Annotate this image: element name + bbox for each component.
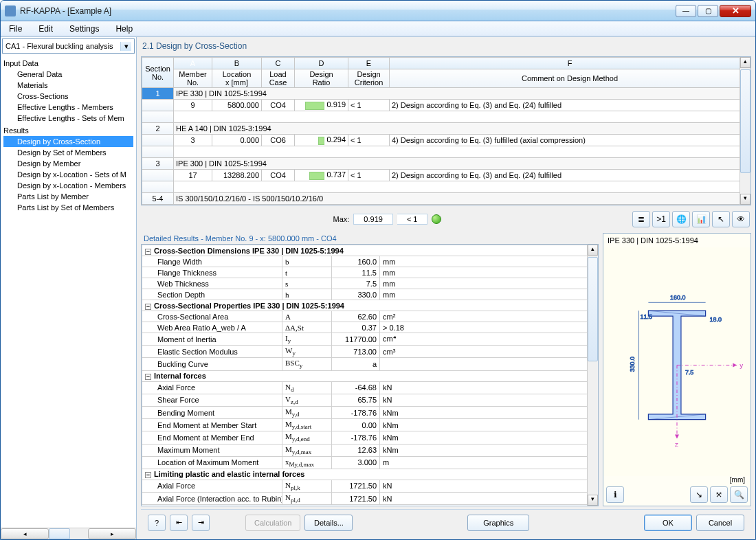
cell-lc[interactable]: CO6 [262,135,295,146]
menu-settings[interactable]: Settings [65,23,103,35]
col-letter-a[interactable]: A [174,58,212,69]
detail-name[interactable]: End Moment at Member Start [142,419,282,431]
scroll-right-icon[interactable]: ▸ [88,528,136,539]
detail-name[interactable]: Bending Moment [142,406,282,418]
axis-y-button[interactable]: ↘ [690,486,708,503]
detail-name[interactable]: Elastic Section Modulus [142,346,282,358]
tool-export[interactable]: 📊 [692,211,710,227]
detail-group[interactable]: −Internal forces [142,370,598,381]
tree-item-parts-list-member[interactable]: Parts List by Member [3,191,133,202]
scroll-left-icon[interactable]: ◂ [1,528,49,539]
detail-name[interactable]: Cross-Sectional Area [142,311,282,322]
detail-name[interactable]: Web Area Ratio A_web / A [142,322,282,333]
cell-criterion[interactable]: < 1 [348,100,390,111]
detail-name[interactable]: Flange Thickness [142,267,282,278]
cell-ratio[interactable]: 0.737 [295,170,348,181]
detail-name[interactable]: Flange Width [142,256,282,267]
tool-exceed[interactable]: >1 [652,211,670,227]
col-comment[interactable]: Comment on Design Method [390,69,751,88]
section-label[interactable]: IPE 300 | DIN 1025-5:1994 [174,158,751,170]
detail-name[interactable]: Shear Force [142,394,282,406]
cell-member[interactable]: 17 [174,170,212,181]
cell-member[interactable]: 9 [174,100,212,111]
row-header[interactable]: 5-4 [142,193,174,205]
detail-group[interactable]: −Cross-Sectional Properties IPE 330 | DI… [142,300,598,311]
col-section-no[interactable]: SectionNo. [142,58,174,88]
cell-location[interactable]: 13288.200 [212,170,262,181]
col-letter-f[interactable]: F [390,58,751,69]
row-header[interactable]: 2 [142,123,174,135]
grid-vscroll[interactable]: ▴▾ [740,57,751,205]
help-button[interactable]: ? [148,515,166,531]
tool-pick[interactable]: ↖ [712,211,730,227]
row-header[interactable]: 3 [142,158,174,170]
cell-lc[interactable]: CO4 [262,100,295,111]
tool-show-graphic[interactable]: 🌐 [672,211,690,227]
close-button[interactable]: ✕ [720,5,751,17]
row-header[interactable] [142,100,174,111]
section-label[interactable]: IS 300/150/10.2/16/0 - IS 500/150/10.2/1… [174,193,751,205]
section-label[interactable]: HE A 140 | DIN 1025-3:1994 [174,123,751,135]
cell-location[interactable]: 5800.000 [212,100,262,111]
maximize-button[interactable]: ▢ [698,5,718,17]
cell-comment[interactable]: 2) Design according to Eq. (3) and Eq. (… [390,170,751,181]
detail-name[interactable]: Location of Maximum Moment [142,456,282,469]
cancel-button[interactable]: Cancel [696,515,744,531]
detail-name[interactable]: Buckling Curve [142,358,282,370]
detail-name[interactable]: End Moment at Member End [142,431,282,444]
tree-item-eff-lengths-sets[interactable]: Effective Lengths - Sets of Mem [3,113,133,124]
details-button[interactable]: Details... [304,515,353,531]
section-label[interactable]: IPE 330 | DIN 1025-5:1994 [174,88,751,100]
detail-name[interactable]: Web Thickness [142,278,282,289]
row-header[interactable] [142,135,174,146]
tool-filter-rows[interactable]: ≣ [632,211,650,227]
ok-button[interactable]: OK [644,515,692,531]
tree-item-materials[interactable]: Materials [3,80,133,91]
detail-name[interactable]: Axial Force (Interaction acc. to Rubin) [142,493,282,505]
graphics-button[interactable]: Graphics [467,515,529,531]
results-grid[interactable]: SectionNo. A B C D E F MemberNo. Locatio… [141,56,751,205]
detail-vscroll[interactable]: ▴▾ [587,245,598,506]
col-letter-e[interactable]: E [348,58,390,69]
col-member-no[interactable]: MemberNo. [174,69,212,88]
row-header[interactable]: 1 [142,88,174,100]
col-letter-b[interactable]: B [212,58,262,69]
cell-location[interactable]: 0.000 [212,135,262,146]
case-combo[interactable]: CA1 - Flexural buckling analysis ▾ [2,38,135,54]
print-profile-button[interactable]: 🔍 [730,486,748,503]
tree-item-cross-sections[interactable]: Cross-Sections [3,91,133,102]
detail-name[interactable]: Moment of Inertia [142,333,282,346]
info-button[interactable]: ℹ [606,486,624,503]
cell-ratio[interactable]: 0.294 [295,135,348,146]
col-location[interactable]: Locationx [mm] [212,69,262,88]
tree-item-design-by-xloc-members[interactable]: Design by x-Location - Members [3,180,133,191]
detail-grid[interactable]: −Cross-Section Dimensions IPE 330 | DIN … [141,244,599,506]
sidebar-hscroll[interactable]: ◂ ▸ [1,528,136,539]
col-design-criterion[interactable]: DesignCriterion [348,69,390,88]
menu-edit[interactable]: Edit [34,23,57,35]
minimize-button[interactable]: — [676,5,696,17]
col-design-ratio[interactable]: DesignRatio [295,69,348,88]
tree-item-design-by-xloc-sets[interactable]: Design by x-Location - Sets of M [3,169,133,180]
cell-member[interactable]: 3 [174,135,212,146]
next-button[interactable]: ⇥ [192,515,210,531]
tree-item-general-data[interactable]: General Data [3,69,133,80]
detail-group[interactable]: −Limiting plastic and elastic internal f… [142,469,598,480]
tree-item-design-by-set[interactable]: Design by Set of Members [3,147,133,158]
cell-lc[interactable]: CO4 [262,170,295,181]
tree-item-design-by-cs[interactable]: Design by Cross-Section [3,136,133,147]
col-load-case[interactable]: LoadCase [262,69,295,88]
menu-file[interactable]: File [5,23,26,35]
detail-name[interactable]: Axial Force [142,381,282,394]
tool-view[interactable]: 👁 [732,211,750,227]
detail-name[interactable]: Axial Force [142,480,282,492]
detail-group[interactable]: −Cross-Section Dimensions IPE 330 | DIN … [142,245,598,256]
detail-name[interactable]: Maximum Moment [142,444,282,456]
cell-ratio[interactable]: 0.919 [295,100,348,111]
profile-canvas[interactable]: y z 160.0 330.0 11.5 [603,247,751,476]
calculation-button[interactable]: Calculation [245,515,300,531]
col-letter-d[interactable]: D [295,58,348,69]
prev-button[interactable]: ⇤ [170,515,188,531]
cell-comment[interactable]: 2) Design according to Eq. (3) and Eq. (… [390,100,751,111]
cell-comment[interactable]: 4) Design according to Eq. (3) fulfilled… [390,135,751,146]
